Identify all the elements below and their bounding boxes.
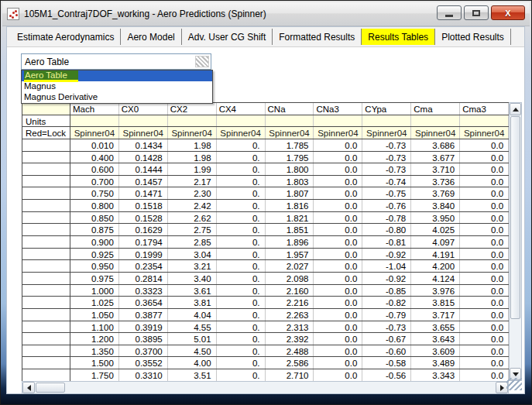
dropdown-item[interactable]: Magnus Derivative (22, 92, 212, 103)
cell[interactable]: 3.655 (411, 321, 460, 333)
cell[interactable]: 0. (217, 249, 266, 260)
cell[interactable]: 1.785 (266, 139, 314, 151)
cell[interactable]: 1.350 (70, 345, 119, 357)
cell[interactable]: 0.3323 (119, 285, 168, 297)
cell[interactable]: 0.0 (314, 200, 362, 211)
cell[interactable]: -0.73 (362, 321, 411, 333)
cell[interactable]: 0. (217, 345, 266, 357)
cell[interactable]: 0.1629 (119, 224, 168, 235)
cell[interactable]: 0.0 (314, 285, 362, 297)
units-cell[interactable] (411, 115, 460, 127)
cell[interactable]: 0.3700 (119, 345, 168, 357)
cell[interactable]: -0.58 (362, 357, 411, 369)
cell[interactable]: 0.0 (460, 297, 509, 308)
units-cell[interactable] (70, 115, 119, 127)
cell[interactable]: 0.0 (460, 249, 509, 260)
lock-cell[interactable]: Spinner04 (217, 127, 266, 139)
cell[interactable]: 0.2814 (119, 273, 168, 284)
cell[interactable]: 3.643 (411, 333, 460, 345)
dropdown-item[interactable]: Magnus (22, 81, 212, 92)
cell[interactable]: 0.3552 (119, 357, 168, 369)
cell[interactable]: 0.0 (314, 357, 362, 369)
lock-cell[interactable]: Spinner04 (411, 127, 460, 139)
tab[interactable]: Adv. User CG Shift (182, 29, 273, 45)
scroll-up-button[interactable] (510, 103, 521, 115)
tab[interactable]: Formatted Results (273, 29, 362, 45)
cell[interactable]: 2.392 (266, 333, 314, 345)
cell[interactable]: 4.097 (411, 236, 460, 248)
cell[interactable]: 0.0 (314, 309, 362, 321)
cell[interactable]: -0.76 (362, 200, 411, 211)
cell[interactable]: 0. (217, 163, 266, 175)
cell[interactable]: 4.55 (168, 321, 217, 333)
cell[interactable]: -0.85 (362, 285, 411, 297)
cell[interactable]: 1.807 (266, 187, 314, 199)
cell[interactable]: 4.04 (168, 309, 217, 321)
cell[interactable]: -0.73 (362, 152, 411, 163)
cell[interactable]: 0.0 (314, 345, 362, 357)
cell[interactable]: 3.61 (168, 285, 217, 297)
cell[interactable]: 2.586 (266, 357, 314, 369)
cell[interactable]: -0.82 (362, 297, 411, 308)
cell[interactable]: 1.99 (168, 163, 217, 175)
cell[interactable]: 3.815 (411, 297, 460, 308)
horizontal-scroll-thumb[interactable] (36, 383, 65, 393)
cell[interactable]: -0.60 (362, 345, 411, 357)
cell[interactable]: 0.0 (314, 187, 362, 199)
cell[interactable]: 0. (217, 273, 266, 284)
cell[interactable]: 0.0 (460, 212, 509, 224)
cell[interactable]: 3.976 (411, 285, 460, 297)
cell[interactable]: 0.1434 (119, 139, 168, 151)
lock-cell[interactable]: Spinner04 (460, 127, 509, 139)
cell[interactable]: 0.950 (70, 260, 119, 272)
cell[interactable]: 0.0 (460, 345, 509, 357)
cell[interactable]: 0.1528 (119, 212, 168, 224)
cell[interactable]: 2.027 (266, 260, 314, 272)
cell[interactable]: 0. (217, 357, 266, 369)
cell[interactable]: 0. (217, 369, 266, 381)
cell[interactable]: 3.609 (411, 345, 460, 357)
cell[interactable]: 2.160 (266, 285, 314, 297)
cell[interactable]: 0.0 (314, 152, 362, 163)
cell[interactable]: 2.710 (266, 369, 314, 381)
horizontal-scrollbar[interactable] (22, 381, 509, 394)
cell[interactable]: -0.73 (362, 139, 411, 151)
lock-cell[interactable]: Spinner04 (362, 127, 411, 139)
cell[interactable]: 3.21 (168, 260, 217, 272)
lock-cell[interactable]: Spinner04 (314, 127, 362, 139)
cell[interactable]: 3.677 (411, 152, 460, 163)
cell[interactable]: 2.313 (266, 321, 314, 333)
cell[interactable]: 1.896 (266, 236, 314, 248)
cell[interactable]: 0.0 (314, 273, 362, 284)
cell[interactable]: -0.73 (362, 163, 411, 175)
cell[interactable]: 1.803 (266, 176, 314, 187)
minimize-button[interactable] (437, 5, 462, 20)
cell[interactable]: 1.000 (70, 285, 119, 297)
cell[interactable]: 1.957 (266, 249, 314, 260)
cell[interactable]: 0.400 (70, 152, 119, 163)
cell[interactable]: 0.0 (460, 260, 509, 272)
vertical-scroll-thumb[interactable] (510, 116, 520, 319)
cell[interactable]: -1.04 (362, 260, 411, 272)
resize-grip-icon[interactable] (506, 378, 522, 390)
cell[interactable]: 0.0 (460, 309, 509, 321)
cell[interactable]: -0.79 (362, 309, 411, 321)
lock-cell[interactable]: Spinner04 (70, 127, 119, 139)
cell[interactable]: 0.0 (314, 224, 362, 235)
cell[interactable]: 0.1999 (119, 249, 168, 260)
cell[interactable]: 1.98 (168, 139, 217, 151)
cell[interactable]: 0.0 (460, 369, 509, 381)
cell[interactable]: 2.263 (266, 309, 314, 321)
scroll-left-button[interactable] (22, 382, 35, 393)
cell[interactable]: -0.74 (362, 176, 411, 187)
cell[interactable]: 0.0 (460, 333, 509, 345)
cell[interactable]: 0.0 (314, 249, 362, 260)
cell[interactable]: 0. (217, 309, 266, 321)
cell[interactable]: 0. (217, 333, 266, 345)
cell[interactable]: 3.840 (411, 200, 460, 211)
cell[interactable]: 0.800 (70, 200, 119, 211)
cell[interactable]: 0.3919 (119, 321, 168, 333)
cell[interactable]: 1.200 (70, 333, 119, 345)
cell[interactable]: 1.821 (266, 212, 314, 224)
close-button[interactable]: X (491, 5, 525, 20)
